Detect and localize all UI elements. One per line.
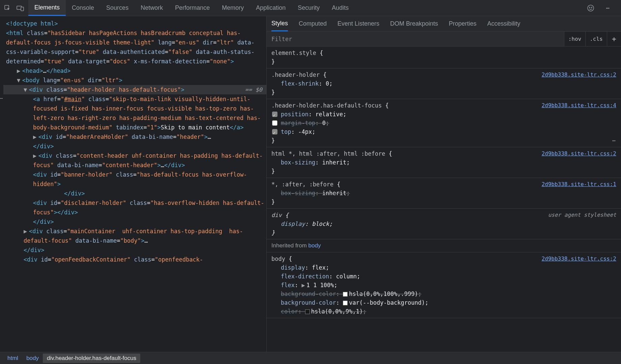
subtab-properties[interactable]: Properties (449, 16, 476, 31)
dom-doctype[interactable]: <!doctype html> (3, 19, 266, 28)
dom-content-header[interactable]: ▶<div class="content-header uhf-containe… (3, 151, 266, 170)
source-link-ua: user agent stylesheet (548, 211, 616, 219)
styles-filter-input[interactable] (267, 32, 564, 46)
inherited-link[interactable]: body (308, 242, 321, 249)
expand-tri-icon[interactable]: ▶ (301, 282, 305, 289)
tab-audits[interactable]: Audits (326, 0, 355, 16)
cls-toggle-button[interactable]: .cls (585, 32, 607, 46)
styles-filter-bar: :hov .cls + (267, 32, 621, 47)
crumb-selected[interactable]: div.header-holder.has-default-focus (43, 354, 140, 363)
inherited-from-bar: Inherited from body (267, 239, 621, 252)
source-link[interactable]: 2d9bb338.site-ltr.css:2 (541, 254, 616, 263)
tab-elements[interactable]: Elements (28, 0, 66, 16)
feedback-smiley-icon[interactable] (586, 3, 595, 13)
decl-checkbox[interactable] (272, 112, 277, 117)
rule-header-holder[interactable]: 2d9bb338.site-ltr.css:2 .header-holder {… (267, 68, 621, 99)
decl-checkbox[interactable] (272, 129, 277, 134)
dom-banner-close[interactable]: </div> (3, 189, 266, 198)
crumb-html[interactable]: html (3, 354, 22, 363)
source-link[interactable]: 2d9bb338.site-ltr.css:1 (541, 180, 616, 189)
source-link[interactable]: 2d9bb338.site-ltr.css:2 (541, 149, 616, 158)
tab-console[interactable]: Console (66, 0, 100, 16)
dom-skip-link[interactable]: <a href="#main" class="skip-to-main-link… (3, 94, 266, 132)
dom-header-holder[interactable]: ▼<div class="header-holder has-default-f… (3, 85, 266, 94)
color-swatch[interactable] (305, 309, 310, 314)
tab-performance[interactable]: Performance (169, 0, 216, 16)
svg-rect-2 (21, 7, 24, 11)
rule-div-ua[interactable]: user agent stylesheet div { display: blo… (267, 209, 621, 239)
tab-network[interactable]: Network (135, 0, 169, 16)
color-swatch[interactable] (343, 292, 348, 297)
styles-panel: Styles Computed Event Listeners DOM Brea… (266, 16, 621, 352)
rule-html-star[interactable]: 2d9bb338.site-ltr.css:2 html *, html :af… (267, 147, 621, 178)
styles-subtabs: Styles Computed Event Listeners DOM Brea… (267, 16, 621, 32)
devtools-tabs: Elements Console Sources Network Perform… (28, 0, 586, 16)
dom-feedback-container[interactable]: <div id="openFeedbackContainer" class="o… (3, 255, 266, 264)
svg-point-3 (588, 5, 594, 11)
tab-memory[interactable]: Memory (216, 0, 250, 16)
main-split: … <!doctype html> <html class="hasSideba… (0, 16, 621, 352)
dom-header-close[interactable]: </div> (3, 217, 266, 226)
rule-header-holder-focus[interactable]: 2d9bb338.site-ltr.css:4 .header-holder.h… (267, 99, 621, 147)
inspect-element-icon[interactable] (3, 3, 12, 13)
rule-body[interactable]: 2d9bb338.site-ltr.css:2 body { display: … (267, 252, 621, 318)
svg-point-5 (591, 7, 592, 8)
subtab-accessibility[interactable]: Accessibility (487, 16, 520, 31)
subtab-dom-breakpoints[interactable]: DOM Breakpoints (390, 16, 438, 31)
toolbar-right: ⋯ (586, 3, 618, 13)
dom-tree-panel[interactable]: … <!doctype html> <html class="hasSideba… (0, 16, 266, 352)
hov-toggle-button[interactable]: :hov (564, 32, 586, 46)
color-swatch[interactable] (343, 301, 348, 305)
tab-application[interactable]: Application (250, 0, 292, 16)
styles-rule-list: element.style { } 2d9bb338.site-ltr.css:… (267, 47, 621, 352)
dom-disclaimer-holder[interactable]: <div id="disclaimer-holder" class="has-o… (3, 198, 266, 217)
crumb-body[interactable]: body (22, 354, 43, 363)
svg-point-4 (589, 7, 590, 8)
more-menu-icon[interactable]: ⋯ (603, 3, 613, 13)
source-link[interactable]: 2d9bb338.site-ltr.css:4 (541, 101, 616, 110)
tab-sources[interactable]: Sources (100, 0, 135, 16)
dom-head[interactable]: ▶<head>…</head> (3, 66, 266, 75)
breadcrumb-bar: html body div.header-holder.has-default-… (0, 352, 621, 364)
subtab-computed[interactable]: Computed (299, 16, 327, 31)
rule-star[interactable]: 2d9bb338.site-ltr.css:1 *, :after, :befo… (267, 178, 621, 209)
dom-banner-holder[interactable]: <div id="banner-holder" class="has-defau… (3, 170, 266, 189)
new-style-rule-button[interactable]: + (607, 32, 621, 46)
gutter-ellipsis: … (0, 92, 3, 102)
dom-main-container[interactable]: ▶<div class="mainContainer uhf-container… (3, 226, 266, 255)
subtab-styles[interactable]: Styles (271, 16, 288, 31)
device-toggle-icon[interactable] (16, 3, 25, 13)
tab-security[interactable]: Security (292, 0, 326, 16)
rule-element-style[interactable]: element.style { } (267, 47, 621, 68)
dom-body-open[interactable]: ▼<body lang="en-us" dir="ltr"> (3, 75, 266, 85)
subtab-event-listeners[interactable]: Event Listeners (337, 16, 379, 31)
dom-html-open[interactable]: <html class="hasSidebar hasPageActions h… (3, 28, 266, 66)
source-link[interactable]: 2d9bb338.site-ltr.css:2 (541, 70, 616, 79)
decl-checkbox[interactable] (272, 120, 277, 126)
rule-more-icon[interactable]: ⋯ (612, 136, 616, 145)
main-toolbar: Elements Console Sources Network Perform… (0, 0, 621, 16)
dom-header-area[interactable]: ▶<div id="headerAreaHolder" data-bi-name… (3, 132, 266, 151)
